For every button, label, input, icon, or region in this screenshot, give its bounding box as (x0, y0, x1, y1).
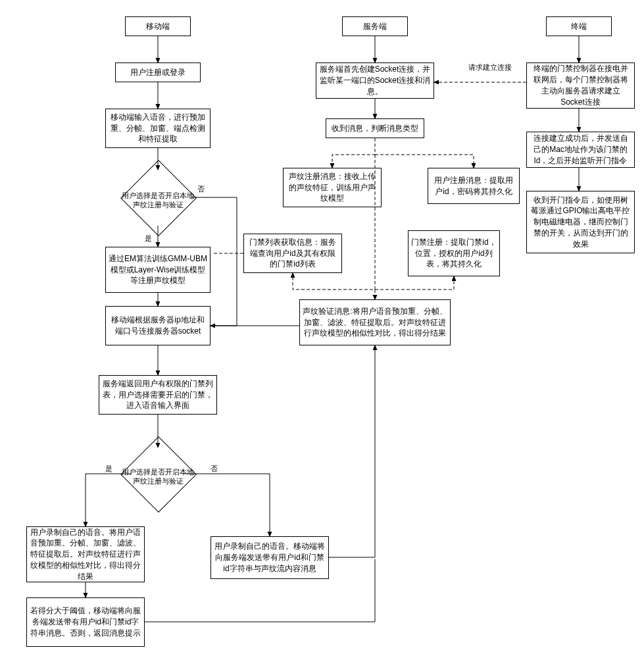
server-create-socket: 服务端首先创建Socket连接，并监听某一端口的Socket连接和消息。 (316, 63, 434, 99)
label-no-2: 否 (211, 464, 218, 474)
mobile-train-model: 通过EM算法训练GMM-UBM模型或Layer-Wise训练模型等注册声纹模型 (105, 247, 211, 293)
mobile-register-login: 用户注册或登录 (115, 63, 201, 82)
lane-mobile-label: 移动端 (146, 21, 170, 32)
server-door-list: 门禁列表获取信息：服务端查询用户id及其有权限的门禁id列表 (243, 234, 342, 273)
lane-server: 服务端 (342, 16, 408, 36)
mobile-remote-record: 用户录制自己的语音。移动端将向服务端发送带有用户id和门禁id字符串与声纹流内容… (211, 536, 329, 579)
label-yes-1: 是 (145, 234, 152, 243)
mobile-return-list: 服务端返回用户有权限的门禁列表，用户选择需要开启的门禁，进入语音输入界面 (99, 375, 217, 415)
mobile-local-record: 用户录制自己的语音。将用户语音预加重、分帧、加窗、滤波、特征提取后。对声纹特征进… (26, 526, 145, 582)
mobile-connect-socket: 移动端根据服务器ip地址和端口号连接服务器socket (105, 306, 211, 345)
mobile-decision1-label: 用户选择是否开启本地声纹注册与验证 (118, 191, 197, 210)
lane-terminal-label: 终端 (571, 21, 587, 32)
terminal-open-door: 收到开门指令后，如使用树莓派通过GPIO输出高电平控制电磁继电器，继而控制门禁的… (526, 191, 635, 253)
server-receive-msg: 收到消息，判断消息类型 (326, 118, 424, 138)
server-door-register: 门禁注册：提取门禁id，位置，授权的用户id列表，将其持久化 (408, 230, 500, 276)
mobile-voice-input: 移动端输入语音，进行预加重、分帧、加窗、端点检测和特征提取 (105, 109, 211, 148)
terminal-controller: 终端的门禁控制器在接电并联网后，每个门禁控制器将主动向服务器请求建立Socket… (526, 63, 635, 109)
label-yes-2: 是 (105, 464, 112, 474)
lane-server-label: 服务端 (363, 21, 387, 32)
lane-terminal: 终端 (546, 16, 612, 36)
mobile-decision2-label: 用户选择是否开启本地声纹注册与验证 (118, 467, 197, 486)
label-request-conn: 请求建立连接 (467, 63, 513, 72)
server-vp-register: 声纹注册消息：接收上传的声纹特征，训练用户声纹模型 (283, 168, 382, 207)
lane-mobile: 移动端 (125, 16, 191, 36)
label-no-1: 否 (197, 184, 205, 194)
server-user-register: 用户注册消息：提取用户id，密码将其持久化 (428, 168, 520, 204)
server-vp-verify: 声纹验证消息:将用户语音预加重、分帧、加窗、滤波、特征提取后。对声纹特征进行声纹… (299, 299, 451, 345)
mobile-score-send: 若得分大于阈值，移动端将向服务端发送带有用户id和门禁id字符串消息。否则，返回… (26, 597, 145, 647)
terminal-send-mac: 连接建立成功后，并发送自己的Mac地址作为该门禁的Id，之后开始监听开门指令 (526, 132, 635, 168)
